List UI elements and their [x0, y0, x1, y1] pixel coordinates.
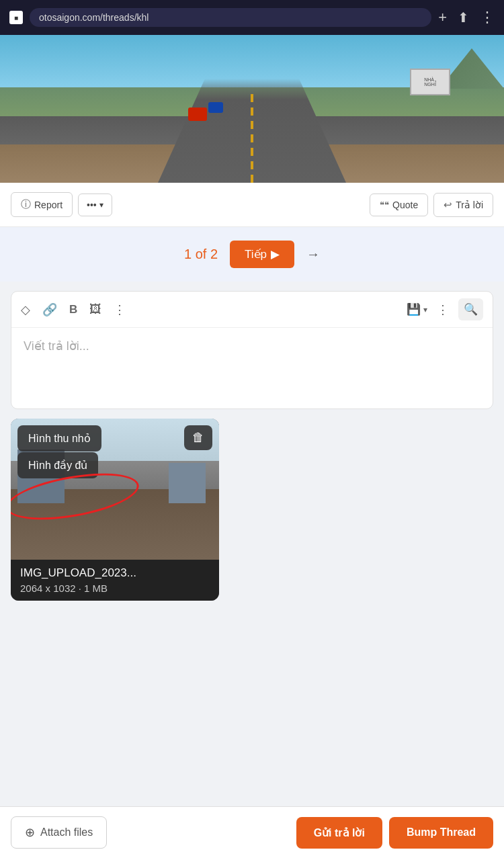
menu-icon[interactable]: ⋮	[480, 9, 495, 26]
full-image-button[interactable]: Hình đầy đủ	[17, 452, 98, 478]
more-options-icon[interactable]: ⋮	[437, 302, 449, 317]
thumbnail-button[interactable]: Hình thu nhỏ	[17, 425, 101, 452]
report-button[interactable]: ⓘ Report	[11, 192, 73, 217]
attachment-section: Hình thu nhỏ 🗑 Hình đầy đủ IMG_UPLOAD_20…	[11, 419, 493, 601]
bottom-bar: ⊕ Attach files Gửi trả lời Bump Thread	[0, 806, 504, 858]
chevron-right-icon: ▶	[271, 247, 280, 261]
link-icon[interactable]: 🔗	[42, 302, 57, 317]
card-dimensions: 2064 x 1032 · 1 MB	[20, 583, 210, 594]
save-chevron: ▾	[423, 305, 427, 314]
next-page-button[interactable]: Tiếp ▶	[230, 241, 294, 268]
more-tools-icon[interactable]: ⋮	[114, 302, 126, 317]
submit-reply-button[interactable]: Gửi trả lời	[296, 817, 382, 849]
share-icon[interactable]: ⬆	[458, 9, 469, 26]
chevron-down-icon: ▾	[99, 200, 103, 210]
right-actions: ❝❝ Quote ↩ Trả lời	[370, 193, 493, 217]
card-info: IMG_UPLOAD_2023... 2064 x 1032 · 1 MB	[11, 560, 219, 601]
quote-button[interactable]: ❝❝ Quote	[370, 194, 428, 216]
action-bar: ⓘ Report ••• ▾ ❝❝ Quote ↩ Trả lời	[0, 183, 504, 227]
billboard: NHÀNGHỈ	[410, 69, 450, 95]
save-icon: 💾	[407, 302, 421, 316]
quote-icon: ❝❝	[380, 200, 389, 210]
road-image: NHÀNGHỈ	[0, 35, 504, 183]
card-filename: IMG_UPLOAD_2023...	[20, 566, 210, 580]
trash-icon: 🗑	[192, 431, 204, 444]
editor-body[interactable]: Viết trả lời...	[11, 328, 493, 409]
favicon: ■	[9, 11, 23, 24]
pagination-bar: 1 of 2 Tiếp ▶ →	[0, 227, 504, 282]
card-overlay-bottom: Hình đầy đủ	[11, 452, 219, 478]
reply-button[interactable]: ↩ Trả lời	[433, 193, 493, 217]
reply-icon: ↩	[444, 199, 452, 211]
page-info: 1 of 2	[184, 247, 218, 262]
bump-thread-button[interactable]: Bump Thread	[389, 817, 493, 849]
search-icon[interactable]: 🔍	[458, 298, 483, 320]
editor-section: ◇ 🔗 B 🖼 ⋮ 💾 ▾ ⋮ 🔍 Viết trả lời...	[11, 291, 493, 409]
image-card-inner: Hình thu nhỏ 🗑 Hình đầy đủ	[11, 419, 219, 560]
editor-toolbar: ◇ 🔗 B 🖼 ⋮ 💾 ▾ ⋮ 🔍	[11, 292, 493, 328]
image-card: Hình thu nhỏ 🗑 Hình đầy đủ IMG_UPLOAD_20…	[11, 419, 219, 601]
browser-bar: ■ otosaigon.com/threads/khl + ⬆ ⋮	[0, 0, 504, 35]
delete-button[interactable]: 🗑	[184, 425, 212, 450]
more-button[interactable]: ••• ▾	[78, 194, 112, 216]
save-draft-button[interactable]: 💾 ▾	[407, 302, 427, 316]
bottom-right-buttons: Gửi trả lời Bump Thread	[296, 817, 493, 849]
eraser-icon[interactable]: ◇	[21, 302, 30, 317]
left-actions: ⓘ Report ••• ▾	[11, 192, 112, 217]
paperclip-icon: ⊕	[25, 825, 35, 840]
browser-toolbar: + ⬆ ⋮	[438, 9, 495, 26]
bold-icon[interactable]: B	[69, 303, 77, 316]
attach-files-button[interactable]: ⊕ Attach files	[11, 816, 107, 849]
add-tab-icon[interactable]: +	[438, 9, 447, 26]
report-icon: ⓘ	[21, 198, 31, 211]
url-bar[interactable]: otosaigon.com/threads/khl	[30, 8, 431, 27]
image-icon[interactable]: 🖼	[89, 302, 101, 316]
editor-right-tools: 💾 ▾ ⋮ 🔍	[407, 298, 483, 320]
arrow-right-icon: →	[306, 247, 320, 262]
editor-placeholder: Viết trả lời...	[24, 339, 89, 353]
